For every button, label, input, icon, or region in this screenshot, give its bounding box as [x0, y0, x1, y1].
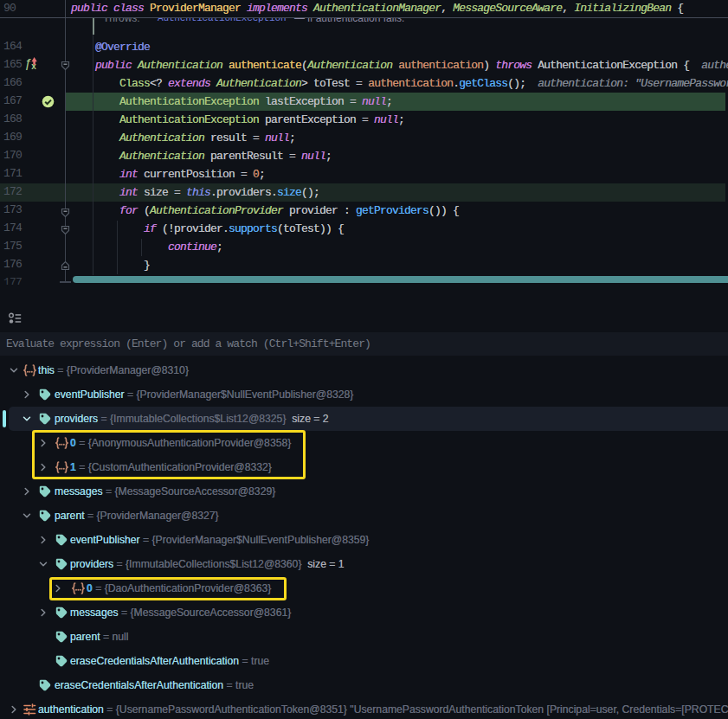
svg-text:ƒ: ƒ	[24, 55, 31, 70]
